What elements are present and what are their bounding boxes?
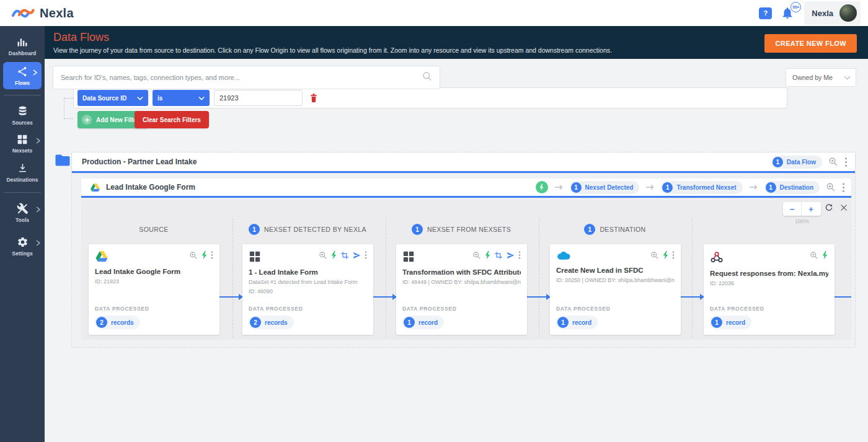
zoom-in-icon[interactable] (189, 251, 198, 260)
kebab-menu-icon[interactable] (842, 182, 845, 193)
records-badge[interactable]: 2 records (249, 316, 294, 329)
dashboard-icon (16, 37, 29, 48)
column-divider (232, 218, 233, 337)
zoom-in-icon[interactable] (810, 251, 818, 260)
owned-by-dropdown[interactable]: Owned by Me (786, 68, 856, 87)
records-badge[interactable]: 2 records (95, 316, 140, 329)
records-badge[interactable]: 1 record (710, 316, 751, 329)
column-header-destination: 1 DESTINATION (541, 223, 689, 236)
records-count: 1 (711, 317, 722, 328)
transformation-card[interactable]: Transformation with SFDC Attribute Mappi… (396, 244, 527, 335)
request-card[interactable]: Request responses from: Nexla.my.salesfo… (704, 244, 835, 335)
flow-group-header[interactable]: Production - Partner Lead Intake 1 Data … (72, 152, 855, 173)
flow-header[interactable]: Lead Intake Google Form 1 Nexset Detecte… (81, 179, 851, 198)
destination-card[interactable]: Create New Lead in SFDC ID: 20250 | OWNE… (550, 244, 681, 335)
arrow-right-icon (645, 184, 655, 190)
sidebar-item-flows[interactable]: Flows (3, 62, 42, 89)
kebab-menu-icon[interactable] (672, 250, 675, 260)
column-divider (386, 218, 386, 337)
clear-search-filters-button[interactable]: Clear Search Filters (135, 111, 209, 128)
card-id: ID: 48449 | OWNED BY: shilpa.bhambhwani@… (402, 279, 521, 285)
user-menu[interactable]: Nexla (804, 1, 861, 25)
send-icon[interactable] (352, 251, 361, 260)
kebab-menu-icon[interactable] (365, 250, 367, 260)
zoom-in-icon[interactable] (319, 251, 327, 260)
page-subtitle: View the journey of your data from sourc… (53, 46, 868, 54)
lightning-icon[interactable] (822, 250, 828, 260)
search-icon (422, 71, 432, 84)
column-divider (692, 218, 693, 337)
records-count: 1 (404, 317, 415, 328)
sidebar-item-tools[interactable]: Tools (0, 198, 45, 227)
sidebar-item-settings[interactable]: Settings (0, 232, 45, 260)
avatar[interactable] (839, 4, 857, 22)
zoom-in-icon[interactable] (472, 251, 481, 260)
zoom-in-icon[interactable] (826, 182, 836, 192)
column-header-source: SOURCE (81, 223, 226, 236)
filter-field-dropdown[interactable]: Data Source ID (78, 90, 148, 106)
records-unit: record (726, 319, 745, 326)
chevron-down-icon (137, 96, 143, 100)
records-badge[interactable]: 1 record (402, 316, 444, 329)
badge-count: 1 (766, 182, 776, 193)
chevron-right-icon (36, 206, 40, 213)
column-label: SOURCE (139, 226, 168, 233)
records-unit: record (418, 319, 438, 326)
source-card[interactable]: Lead Intake Google Form ID: 21923 DATA P… (89, 244, 219, 335)
nexset-detected-badge[interactable]: 1 Nexset Detected (570, 181, 640, 194)
data-processed-label: DATA PROCESSED (556, 306, 675, 312)
nexset-card[interactable]: 1 - Lead Intake Form DataSet #1 detected… (242, 244, 373, 335)
flow-arrow (835, 296, 851, 298)
notifications-bell-icon[interactable]: 99+ (781, 6, 795, 20)
zoom-out-button[interactable]: − (783, 202, 802, 216)
zoom-in-icon[interactable] (828, 157, 838, 167)
column-header-nexset-detected: 1 NEXSET DETECTED BY NEXLA (233, 223, 382, 236)
destination-badge[interactable]: 1 Destination (764, 181, 820, 194)
badge-count: 1 (662, 182, 673, 193)
transformed-nexset-badge[interactable]: 1 Transformed Nexset (661, 181, 742, 194)
kebab-menu-icon[interactable] (844, 157, 848, 167)
zoom-in-button[interactable]: + (802, 202, 820, 216)
delete-filter-button[interactable] (309, 93, 318, 103)
lightning-icon[interactable] (201, 250, 208, 260)
search-input[interactable] (53, 74, 422, 81)
sidebar-item-destinations[interactable]: Destinations (0, 158, 45, 187)
folder-icon[interactable] (55, 154, 71, 169)
sidebar-item-dashboard[interactable]: Dashboard (0, 31, 45, 62)
sidebar-label: Dashboard (9, 50, 36, 56)
create-new-flow-button[interactable]: CREATE NEW FLOW (764, 34, 857, 53)
chevron-down-icon (198, 96, 205, 100)
send-icon[interactable] (506, 251, 515, 260)
sidebar-item-sources[interactable]: Sources (0, 101, 45, 130)
records-unit: record (572, 319, 591, 326)
nexla-logo[interactable]: Nexla (11, 6, 74, 20)
lightning-icon[interactable] (330, 250, 337, 260)
nexsets-icon (17, 134, 28, 145)
help-icon[interactable]: ? (759, 7, 772, 19)
zoom-in-icon[interactable] (650, 251, 659, 260)
data-flow-count-badge[interactable]: 1 Data Flow (771, 156, 822, 169)
crop-icon[interactable] (340, 251, 349, 260)
kebab-menu-icon[interactable] (211, 250, 213, 260)
nexla-wave-icon (11, 6, 35, 20)
kebab-menu-icon[interactable] (518, 250, 521, 260)
sidebar: Dashboard Flows Sources Nexsets Destinat… (0, 26, 45, 442)
lightning-icon[interactable] (484, 250, 491, 260)
sidebar-item-nexsets[interactable]: Nexsets (0, 130, 45, 158)
flow-container: Lead Intake Google Form 1 Nexset Detecte… (81, 179, 851, 340)
lightning-icon[interactable] (662, 250, 669, 260)
filter-operator-dropdown[interactable]: is (153, 90, 210, 106)
crop-icon[interactable] (494, 251, 503, 260)
refresh-icon[interactable] (824, 203, 834, 215)
records-count: 2 (250, 317, 261, 328)
filter-value-input[interactable] (214, 90, 303, 106)
arrow-right-icon (554, 184, 564, 190)
data-processed-label: DATA PROCESSED (402, 306, 521, 312)
settings-icon (17, 236, 29, 248)
source-status-icon[interactable] (536, 181, 548, 193)
records-unit: records (111, 319, 134, 326)
card-id: ID: 48090 (249, 288, 367, 294)
close-icon[interactable] (839, 203, 848, 214)
records-badge[interactable]: 1 record (556, 316, 598, 329)
column-header-nexset-from-nexsets: 1 NEXSET FROM NEXSETS (387, 223, 536, 236)
